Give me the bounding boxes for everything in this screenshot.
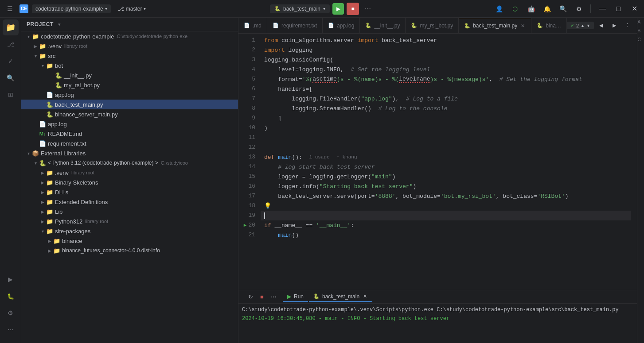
tree-item-venv[interactable]: ▶ 📁 .venv library root	[21, 41, 238, 51]
line-num: 7	[238, 94, 257, 104]
branch-selector[interactable]: ⎇ master ▾	[114, 4, 150, 13]
project-selector[interactable]: codetotrade-python-example ▾	[32, 4, 111, 13]
tab-label: app.log	[337, 23, 354, 29]
run-restart-button[interactable]: ↻	[246, 292, 255, 302]
app-icon: CE	[20, 4, 28, 13]
profile-button[interactable]: 👤	[493, 3, 505, 15]
search-button[interactable]: 🔍	[557, 3, 569, 15]
run-gutter-icon[interactable]: ▶	[240, 220, 246, 230]
code-line-11	[261, 133, 631, 143]
tab-my-rsi-bot[interactable]: 🐍 my_rsi_bot.py	[406, 18, 459, 34]
tree-item-my-rsi-bot[interactable]: 🐍 my_rsi_bot.py	[21, 80, 238, 90]
tree-item-back-test-main[interactable]: 🐍 back_test_main.py	[21, 100, 238, 109]
tab-scroll-right[interactable]: ▶	[608, 19, 621, 32]
activity-settings[interactable]: ⚙	[3, 305, 19, 321]
run-stop-button[interactable]: ■	[257, 292, 267, 302]
stop-button[interactable]: ■	[347, 3, 359, 15]
line-num: 6	[238, 84, 257, 94]
activity-vcs[interactable]: ⎇	[3, 36, 19, 52]
tab-back-test-main[interactable]: 🐍 back_test_main.py ✕	[459, 18, 531, 34]
tree-label: app.log	[55, 92, 74, 98]
tab-scroll-left[interactable]: ◀	[595, 19, 607, 32]
branch-icon: ⎇	[118, 6, 124, 12]
folder-icon: 📁	[46, 227, 53, 235]
more-options-button[interactable]: ⋯	[362, 3, 374, 15]
tree-item-python312[interactable]: ▾ 🐍 < Python 3.12 (codetotrade-python-ex…	[21, 158, 238, 168]
tab-md[interactable]: 📄 .md	[238, 18, 267, 34]
checks-count: 2	[576, 23, 579, 28]
activity-commit[interactable]: ✓	[3, 53, 19, 69]
tab-init[interactable]: 🐍 __init__.py	[360, 18, 406, 34]
activity-structure[interactable]: ⊞	[3, 87, 19, 103]
run-more-button[interactable]: ⋯	[269, 292, 278, 302]
tree-item-dlls[interactable]: ▶ 📁 DLLs	[21, 187, 238, 197]
ai-button[interactable]: 🤖	[525, 3, 537, 15]
no-chevron	[39, 91, 46, 98]
tree-item-bot[interactable]: ▾ 📁 bot	[21, 61, 238, 70]
line-num: 16	[238, 181, 257, 191]
sidebar-chevron[interactable]: ▾	[58, 22, 61, 27]
tree-item-lib[interactable]: ▶ 📁 Lib	[21, 207, 238, 216]
tab-overflow-button[interactable]: ⋮	[621, 19, 634, 32]
activity-run[interactable]: ▶	[3, 271, 19, 287]
tree-item-binance-futures[interactable]: ▶ 📁 binance_futures_connector-4.0.0.dist…	[21, 246, 238, 255]
tree-item-binary-skeletons[interactable]: ▶ 📁 Binary Skeletons	[21, 177, 238, 187]
tree-item-extended-definitions[interactable]: ▶ 📁 Extended Definitions	[21, 197, 238, 207]
settings-gear-button[interactable]: ⚙	[573, 3, 585, 15]
tree-item-python312b[interactable]: ▶ 📁 Python312 library root	[21, 216, 238, 226]
tree-item-readme[interactable]: M↓ README.md	[21, 129, 238, 139]
copilot-button[interactable]: ⬡	[509, 3, 521, 15]
tree-item-root[interactable]: ▾ 📁 codetotrade-python-example C:\study\…	[21, 31, 238, 41]
activity-search[interactable]: 🔍	[3, 70, 19, 86]
tree-label: binance_futures_connector-4.0.0.dist-inf…	[62, 247, 160, 254]
tree-item-applog2[interactable]: 📄 app.log	[21, 119, 238, 129]
folder-icon: 📁	[39, 42, 46, 50]
chevron-icon: ▶	[46, 247, 53, 254]
python-file-icon: 🐍	[46, 101, 53, 108]
code-line-14: # log start back test server	[261, 162, 631, 172]
tree-item-applog1[interactable]: 📄 app.log	[21, 90, 238, 100]
maximize-button[interactable]: □	[612, 3, 624, 15]
no-chevron	[32, 140, 39, 147]
tree-item-site-packages[interactable]: ▾ 📁 site-packages	[21, 226, 238, 236]
no-chevron	[48, 72, 55, 79]
editor-scrollbar[interactable]	[631, 34, 637, 290]
tree-label: requirement.txt	[48, 140, 86, 147]
tree-item-requirement[interactable]: 📄 requirement.txt	[21, 139, 238, 148]
tree-label: External Libraries	[41, 150, 86, 157]
folder-icon: 📁	[46, 218, 53, 225]
checks-indicator[interactable]: ✓ 2 ▲ ▼	[567, 22, 594, 29]
notifications-button[interactable]: 🔔	[541, 3, 553, 15]
activity-more[interactable]: ⋯	[3, 322, 19, 338]
hamburger-menu-button[interactable]: ☰	[4, 3, 16, 15]
code-line-8: logging.StreamHandler() # Log to the con…	[261, 104, 631, 113]
code-content[interactable]: from coin_algorithm.server import back_t…	[261, 34, 631, 290]
python-file-icon: 🐍	[55, 81, 62, 89]
activity-debug[interactable]: 🐛	[3, 288, 19, 304]
tab-requirement[interactable]: 📄 requirement.txt	[267, 18, 323, 34]
bottom-tab-back-test[interactable]: 🐍 back_test_main ✕	[309, 291, 372, 302]
tab-applog[interactable]: 📄 app.log	[323, 18, 360, 34]
tree-sublabel: C:\study\codetotrade-python-exe	[117, 34, 188, 39]
close-button[interactable]: ✕	[628, 3, 640, 15]
minimize-button[interactable]: —	[596, 3, 609, 15]
code-line-5: format='%(asctime)s - %(name)s - %(level…	[261, 74, 631, 84]
run-config-selector[interactable]: 🐍 back_test_main ▾	[270, 4, 330, 13]
tab-close-button[interactable]: ✕	[520, 23, 526, 29]
activity-project[interactable]: 📁	[3, 19, 19, 35]
run-button[interactable]: ▶	[332, 3, 344, 15]
bottom-tab-run[interactable]: ▶ Run	[283, 292, 308, 302]
lightbulb-icon[interactable]: 💡	[264, 202, 271, 209]
tab-icon: 🐍	[411, 23, 417, 28]
tree-item-venv2[interactable]: ▶ 📁 .venv library root	[21, 168, 238, 177]
tree-label: my_rsi_bot.py	[64, 82, 100, 89]
tree-item-src[interactable]: ▾ 📁 src	[21, 51, 238, 61]
console-output: C:\study\codetotrade-python-example\.ven…	[238, 304, 637, 343]
bottom-tab-close[interactable]: ✕	[362, 293, 368, 300]
tree-item-binance-server[interactable]: 🐍 binance_server_main.py	[21, 109, 238, 119]
tree-item-binance[interactable]: ▶ 📁 binance	[21, 236, 238, 246]
tab-binance-server[interactable]: 🐍 bina…	[531, 18, 567, 34]
tree-item-init[interactable]: 🐍 __init__.py	[21, 70, 238, 80]
tree-item-external-libraries[interactable]: ▾ 📦 External Libraries	[21, 148, 238, 158]
chevron-icon: ▶	[39, 169, 46, 176]
